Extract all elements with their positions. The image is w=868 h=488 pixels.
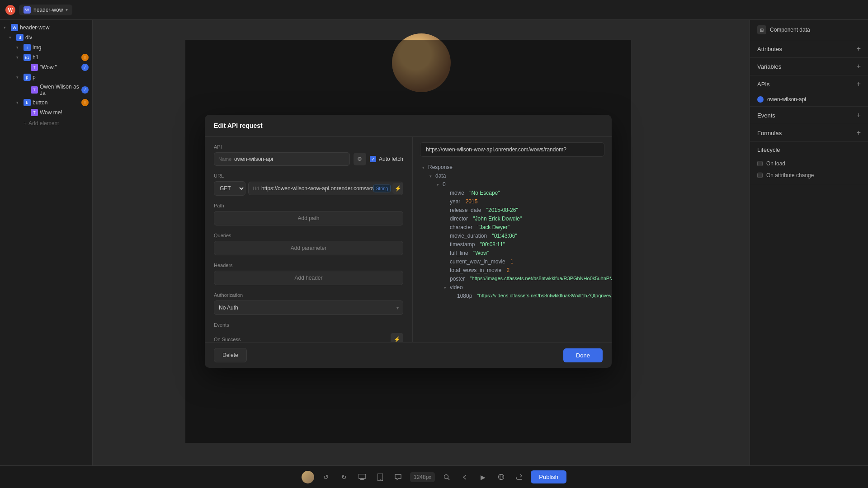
variables-header[interactable]: Variables + (750, 58, 868, 75)
node-icon-h1: h1 (24, 54, 31, 61)
auto-fetch-checkbox[interactable]: ✓ (370, 156, 376, 162)
attributes-plus-icon[interactable]: + (857, 45, 861, 53)
field-video-toggle: ▾ video (442, 283, 604, 292)
tree-item-img[interactable]: ▾ i img (0, 42, 92, 52)
formulas-section: Formulas + (750, 124, 868, 142)
publish-button[interactable]: Publish (531, 470, 566, 483)
add-path-button[interactable]: Add path (214, 211, 403, 225)
lifecycle-header[interactable]: Lifecycle (750, 142, 868, 158)
index-toggle[interactable]: ▾ (434, 182, 441, 188)
auth-select-wrap: No Auth Bearer Token Basic Auth ▾ (214, 300, 403, 315)
done-button[interactable]: Done (563, 348, 603, 362)
tree-item-p[interactable]: ▾ p p (0, 72, 92, 82)
svg-rect-1 (361, 479, 363, 479)
tree-item-h1[interactable]: ▾ h1 h1 ! (0, 52, 92, 62)
badge-error: ! (81, 54, 89, 61)
auth-select[interactable]: No Auth Bearer Token Basic Auth (214, 300, 403, 315)
events-plus-icon[interactable]: + (857, 111, 861, 119)
on-success-action-icon[interactable]: ⚡ (391, 333, 403, 342)
lifecycle-section: Lifecycle On load On attribute change (750, 142, 868, 185)
formulas-header[interactable]: Formulas + (750, 124, 868, 141)
edit-api-modal: Edit API request API Name ⚙ (205, 115, 612, 368)
toolbar-redo-icon[interactable]: ↻ (338, 471, 350, 483)
modal-body: API Name ⚙ ✓ Auto fetch (205, 137, 612, 342)
data-key: data (435, 173, 446, 179)
toolbar-avatar[interactable] (302, 471, 314, 483)
tree-label: div (25, 34, 89, 41)
badge-error2: ! (81, 99, 89, 106)
toolbar-play-icon[interactable]: ▶ (476, 471, 489, 483)
tree-item-owen-text[interactable]: T Owen Wilson as Ja / (0, 82, 92, 98)
auto-fetch-label: Auto fetch (379, 156, 403, 162)
add-parameter-button[interactable]: Add parameter (214, 241, 403, 255)
tree-label: Owen Wilson as Ja (40, 84, 80, 96)
toolbar-globe-icon[interactable] (495, 471, 507, 483)
response-toggle[interactable]: ▾ (420, 164, 426, 171)
headers-label: Headers (214, 263, 403, 268)
tree-item-button[interactable]: ▾ b button ! (0, 98, 92, 108)
api-section: API Name ⚙ ✓ Auto fetch (214, 144, 403, 166)
response-root-row: ▾ Response (420, 163, 604, 172)
toolbar-desktop-icon[interactable] (356, 471, 368, 483)
api-item-owen[interactable]: owen-wilson-api (750, 93, 868, 106)
api-label: API (214, 144, 403, 150)
lifecycle-dot-onload (757, 161, 763, 166)
px-display[interactable]: 1248px (410, 472, 435, 482)
variables-plus-icon[interactable]: + (857, 62, 861, 70)
video-toggle[interactable]: ▾ (442, 285, 448, 291)
variables-section: Variables + (750, 58, 868, 75)
badge-binding: / (81, 64, 89, 71)
variables-title: Variables (757, 63, 781, 70)
on-success-row: On Success ⚡ (214, 333, 403, 342)
method-select[interactable]: GET POST PUT DELETE (214, 181, 245, 196)
modal-right-panel: https://owen-wilson-wow-api.onrender.com… (413, 137, 612, 342)
svg-line-6 (448, 478, 450, 480)
apis-title: APIs (757, 81, 769, 88)
toolbar-tablet-icon[interactable] (374, 471, 387, 483)
chevron-icon: ▾ (16, 55, 22, 60)
modal-left-panel: API Name ⚙ ✓ Auto fetch (205, 137, 413, 342)
url-action-icon[interactable]: ⚡ (392, 183, 403, 194)
node-icon-button: b (24, 99, 31, 106)
video-indent: 1080p "https://videos.ctfassets.net/bs8n… (442, 292, 604, 300)
tree-item-div[interactable]: ▾ d div (0, 33, 92, 42)
tree-item-wow-text[interactable]: T "Wow." / (0, 62, 92, 72)
toolbar-share-icon[interactable] (513, 471, 525, 483)
tree-label: header-wow (20, 24, 89, 31)
add-header-button[interactable]: Add header (214, 271, 403, 285)
component-data-header: ⊞ Component data (750, 20, 868, 40)
svg-point-4 (380, 479, 381, 480)
canvas: Edit API request API Name ⚙ (93, 20, 750, 465)
tab-chevron: ▾ (66, 7, 68, 12)
events-header-right[interactable]: Events + (750, 107, 868, 124)
attributes-header[interactable]: Attributes + (750, 40, 868, 57)
toolbar-back-icon[interactable] (458, 471, 471, 483)
response-tree: ▾ Response ▾ data ▾ (420, 162, 604, 301)
name-input-wrap: Name (214, 152, 350, 166)
apis-plus-icon[interactable]: + (857, 80, 861, 88)
apis-section: APIs + owen-wilson-api (750, 75, 868, 107)
lifecycle-title: Lifecycle (757, 146, 780, 153)
tree-label: h1 (33, 54, 80, 61)
delete-button[interactable]: Delete (214, 348, 247, 362)
api-name-input[interactable] (214, 152, 350, 166)
response-data-indent: ▾ data ▾ 0 (420, 172, 604, 300)
url-inline-label: Url (253, 186, 259, 191)
formulas-plus-icon[interactable]: + (857, 129, 861, 137)
tree-item-header-wow[interactable]: ▾ W header-wow (0, 23, 92, 33)
toolbar-zoom-icon[interactable] (440, 471, 453, 483)
field-release-date: release_date "2015-08-26" (442, 206, 604, 215)
lifecycle-on-attribute-change: On attribute change (750, 169, 868, 181)
toolbar-undo-icon[interactable]: ↺ (320, 471, 332, 483)
tree-item-wowme-text[interactable]: T Wow me! (0, 108, 92, 117)
tab-header-wow[interactable]: W header-wow ▾ (19, 5, 72, 15)
add-element-button[interactable]: + Add element (0, 117, 92, 129)
top-bar: W W header-wow ▾ (0, 0, 868, 20)
apis-header[interactable]: APIs + (750, 75, 868, 93)
data-toggle[interactable]: ▾ (427, 173, 434, 179)
lifecycle-dot-onchange (757, 173, 763, 178)
toolbar-comment-icon[interactable] (392, 471, 405, 483)
svg-point-5 (444, 474, 448, 479)
chevron-icon: ▾ (4, 25, 9, 30)
api-settings-icon[interactable]: ⚙ (354, 153, 366, 165)
